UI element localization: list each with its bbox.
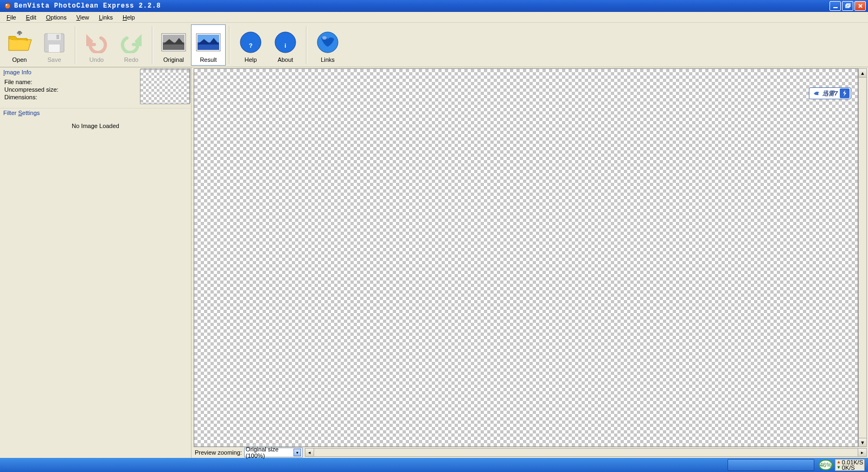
- filter-settings-header[interactable]: Filter Settings: [0, 108, 191, 117]
- svg-point-0: [5, 3, 10, 9]
- open-label: Open: [12, 56, 27, 63]
- scroll-track[interactable]: [859, 78, 866, 438]
- links-button[interactable]: Links: [310, 24, 345, 66]
- cpu-value: 46%: [820, 462, 832, 468]
- about-label: About: [278, 56, 293, 63]
- bird-icon: [813, 90, 820, 97]
- redo-label: Redo: [124, 56, 138, 63]
- zoom-label: Preview zooming:: [194, 449, 242, 456]
- question-icon: ?: [238, 29, 264, 55]
- scroll-up-button[interactable]: ▲: [859, 69, 866, 78]
- xunlei-text: 迅雷7: [822, 90, 838, 98]
- save-button[interactable]: Save: [37, 24, 72, 66]
- scroll-right-button[interactable]: ▸: [858, 449, 866, 456]
- title-bar: BenVista PhotoClean Express 2.2.8: [0, 0, 868, 12]
- svg-text:?: ?: [249, 42, 253, 49]
- taskbar: 46% ▲0.01K/S ▼0K/S: [0, 458, 868, 472]
- toolbar: Open Save Undo Redo Original Result ?: [0, 23, 868, 67]
- menu-bar: File Edit Options View Links Help: [0, 12, 868, 23]
- globe-icon: [315, 29, 341, 55]
- scroll-down-button[interactable]: ▼: [859, 438, 866, 447]
- toolbar-separator: [75, 26, 76, 64]
- menu-help[interactable]: Help: [118, 13, 139, 22]
- download-speed: 0K/S: [842, 465, 855, 470]
- help-label: Help: [245, 56, 257, 63]
- network-stats[interactable]: ▲0.01K/S ▼0K/S: [835, 459, 865, 471]
- main-area: Image Info File name: Uncompressed size:…: [0, 67, 868, 458]
- save-label: Save: [47, 56, 61, 63]
- scroll-left-button[interactable]: ◂: [305, 449, 314, 456]
- floppy-disk-icon: [41, 29, 67, 55]
- original-preview-icon: [161, 29, 187, 55]
- restore-button[interactable]: [842, 1, 853, 11]
- svg-rect-8: [56, 35, 59, 39]
- minimize-button[interactable]: [829, 1, 841, 11]
- info-icon: i: [272, 29, 298, 55]
- zoom-row: Preview zooming: Original size (100%) ▾ …: [193, 447, 868, 458]
- result-label: Result: [200, 56, 216, 63]
- sidebar: Image Info File name: Uncompressed size:…: [0, 67, 192, 458]
- folder-open-icon: [7, 29, 33, 55]
- horizontal-scrollbar[interactable]: ◂ ▸: [305, 448, 867, 457]
- svg-point-1: [6, 4, 8, 6]
- original-button[interactable]: Original: [156, 24, 191, 66]
- svg-text:i: i: [284, 42, 286, 49]
- undo-button[interactable]: Undo: [79, 24, 114, 66]
- close-button[interactable]: [854, 1, 866, 11]
- app-icon: [3, 2, 12, 10]
- no-image-message: No Image Loaded: [0, 117, 191, 135]
- undo-icon: [84, 29, 110, 55]
- cpu-meter[interactable]: 46%: [819, 460, 833, 470]
- taskbar-app-button[interactable]: [727, 459, 814, 471]
- redo-button[interactable]: Redo: [114, 24, 149, 66]
- menu-options[interactable]: Options: [42, 13, 71, 22]
- menu-file[interactable]: File: [2, 13, 21, 22]
- original-label: Original: [163, 56, 184, 63]
- undo-label: Undo: [90, 56, 104, 63]
- download-icon: ▼: [837, 465, 841, 470]
- about-button[interactable]: i About: [268, 24, 303, 66]
- result-preview-icon: [195, 29, 221, 55]
- zoom-value: Original size (100%): [246, 446, 293, 459]
- vertical-scrollbar[interactable]: ▲ ▼: [858, 68, 867, 447]
- help-button[interactable]: ? Help: [233, 24, 268, 66]
- menu-edit[interactable]: Edit: [22, 13, 41, 22]
- app-title: BenVista PhotoClean Express 2.2.8: [14, 2, 829, 10]
- svg-point-21: [322, 36, 327, 40]
- menu-view[interactable]: View: [72, 13, 94, 22]
- redo-icon: [118, 29, 144, 55]
- xunlei-badge[interactable]: 迅雷7: [809, 87, 851, 99]
- zoom-select[interactable]: Original size (100%) ▾: [244, 448, 303, 457]
- open-button[interactable]: Open: [2, 24, 37, 66]
- chevron-down-icon: ▾: [293, 449, 301, 456]
- scroll-track-h[interactable]: [314, 449, 858, 456]
- canvas[interactable]: 迅雷7: [194, 68, 858, 447]
- svg-rect-2: [833, 7, 838, 8]
- links-label: Links: [321, 56, 335, 63]
- svg-rect-7: [49, 44, 60, 52]
- menu-links[interactable]: Links: [94, 13, 117, 22]
- toolbar-separator: [229, 26, 230, 64]
- toolbar-separator: [306, 26, 307, 64]
- center-panel: 迅雷7 ▲ ▼ Preview zooming: Original size (…: [192, 67, 868, 458]
- result-button[interactable]: Result: [191, 24, 226, 66]
- toolbar-separator: [152, 26, 153, 64]
- thumbnail-preview[interactable]: [140, 69, 190, 104]
- system-tray: 46% ▲0.01K/S ▼0K/S: [815, 458, 868, 472]
- upload-icon: ▲: [837, 460, 841, 465]
- lightning-icon: [840, 88, 850, 98]
